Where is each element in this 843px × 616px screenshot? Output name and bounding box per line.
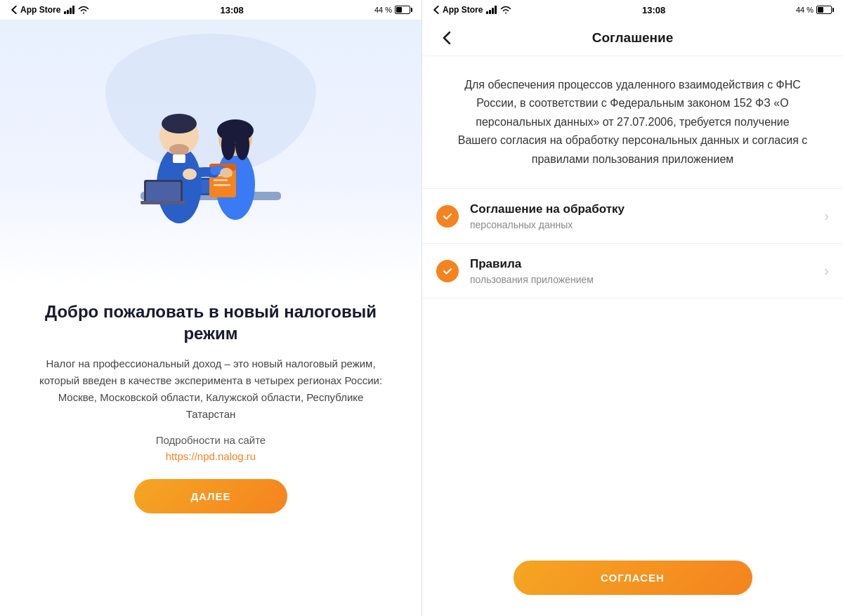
check-icon-data bbox=[436, 205, 459, 228]
agreements-list: Соглашение на обработку персональных дан… bbox=[422, 189, 843, 546]
svg-point-5 bbox=[162, 114, 197, 133]
back-arrow-icon bbox=[443, 31, 451, 45]
illustration-area bbox=[0, 20, 422, 287]
right-screen: App Store 13:08 44 % Соглашение bbox=[422, 0, 843, 616]
welcome-title: Добро пожаловать в новый налоговый режим bbox=[35, 301, 386, 344]
right-wifi-icon bbox=[500, 6, 511, 14]
welcome-description: Налог на профессиональный доход – это но… bbox=[35, 355, 386, 423]
svg-point-11 bbox=[221, 129, 235, 160]
chevron-right-rules-icon: › bbox=[824, 263, 829, 279]
right-battery-pct: 44 % bbox=[796, 6, 813, 14]
left-status-bar: App Store 13:08 44 % bbox=[0, 0, 422, 20]
svg-rect-21 bbox=[146, 182, 181, 202]
right-time: 13:08 bbox=[642, 5, 665, 15]
left-time: 13:08 bbox=[221, 5, 244, 15]
left-screen: App Store 13:08 44 % bbox=[0, 0, 422, 616]
agreement-rules-title: Правила bbox=[470, 256, 824, 272]
site-link[interactable]: https://npd.nalog.ru bbox=[166, 450, 256, 462]
svg-point-12 bbox=[235, 129, 249, 160]
left-status-left: App Store bbox=[11, 5, 89, 15]
svg-rect-7 bbox=[173, 155, 185, 163]
chevron-right-icon: › bbox=[824, 208, 829, 224]
svg-rect-17 bbox=[214, 184, 230, 186]
right-back-chevron-icon bbox=[433, 6, 439, 14]
right-signal-bars-icon bbox=[486, 6, 497, 14]
next-button[interactable]: ДАЛЕЕ bbox=[134, 479, 287, 513]
svg-point-6 bbox=[169, 144, 189, 155]
agreement-item-data[interactable]: Соглашение на обработку персональных дан… bbox=[422, 189, 843, 244]
left-status-right: 44 % bbox=[374, 6, 410, 14]
agreement-item-data-text: Соглашение на обработку персональных дан… bbox=[470, 202, 824, 230]
nav-header: Соглашение bbox=[422, 20, 843, 56]
svg-rect-16 bbox=[214, 179, 228, 181]
checkmark-icon bbox=[442, 211, 453, 222]
left-battery-pct: 44 % bbox=[374, 6, 392, 14]
left-app-store-label: App Store bbox=[20, 5, 60, 15]
svg-rect-22 bbox=[140, 201, 186, 204]
battery-icon bbox=[395, 6, 410, 14]
right-bottom-area: СОГЛАСЕН bbox=[422, 546, 843, 616]
signal-bars-icon bbox=[64, 6, 74, 14]
right-app-store-label: App Store bbox=[443, 5, 483, 15]
agreement-item-rules[interactable]: Правила пользования приложением › bbox=[422, 244, 843, 299]
right-status-bar: App Store 13:08 44 % bbox=[422, 0, 843, 20]
agreement-description-area: Для обеспечения процессов удаленного вза… bbox=[422, 56, 843, 189]
back-button[interactable] bbox=[436, 27, 457, 48]
svg-point-19 bbox=[220, 168, 233, 178]
agreement-rules-subtitle: пользования приложением bbox=[470, 274, 824, 285]
page-title: Соглашение bbox=[457, 30, 829, 46]
agreement-data-subtitle: персональных данных bbox=[470, 219, 824, 230]
checkmark-rules-icon bbox=[442, 266, 453, 277]
right-battery-icon bbox=[816, 6, 832, 14]
agree-button[interactable]: СОГЛАСЕН bbox=[514, 561, 752, 595]
wifi-icon bbox=[78, 6, 89, 14]
left-content-area: Добро пожаловать в новый налоговый режим… bbox=[0, 287, 422, 616]
svg-point-18 bbox=[183, 169, 197, 180]
details-label: Подробности на сайте bbox=[156, 434, 266, 446]
back-chevron-icon bbox=[11, 6, 17, 14]
right-status-right: 44 % bbox=[796, 6, 832, 14]
agreement-description: Для обеспечения процессов удаленного вза… bbox=[457, 76, 808, 169]
agreement-item-rules-text: Правила пользования приложением bbox=[470, 256, 824, 285]
agreement-data-title: Соглашение на обработку bbox=[470, 202, 824, 217]
welcome-illustration bbox=[105, 55, 316, 251]
check-icon-rules bbox=[436, 260, 459, 282]
right-status-left: App Store bbox=[433, 5, 511, 15]
